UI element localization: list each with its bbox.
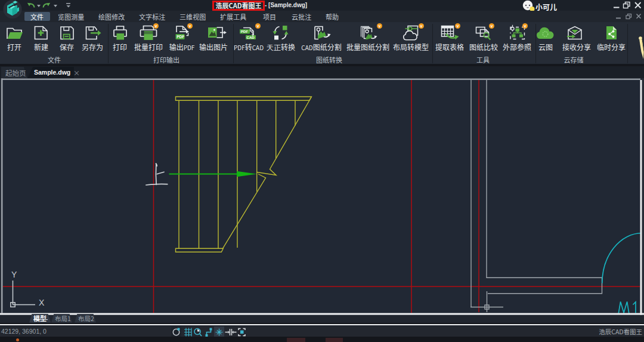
svg-text:CAD: CAD xyxy=(247,36,255,39)
svg-text:X: X xyxy=(39,298,45,307)
svg-text:Y: Y xyxy=(11,270,17,279)
svg-text:PDF: PDF xyxy=(241,30,248,33)
svg-text:PDF: PDF xyxy=(177,35,184,39)
